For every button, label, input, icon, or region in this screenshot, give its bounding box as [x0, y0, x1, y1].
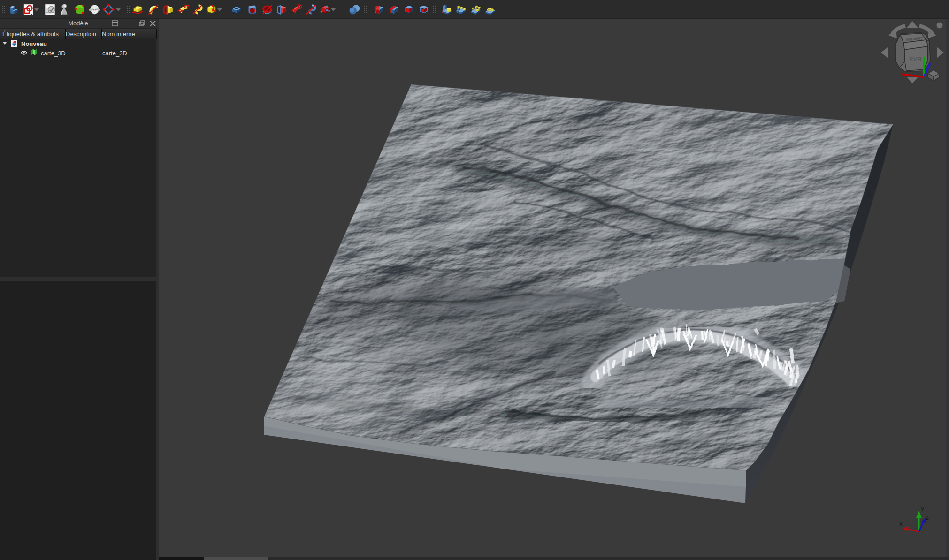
svg-text:BAS: BAS [909, 56, 921, 62]
svg-text:Z: Z [926, 515, 929, 521]
svg-text:Y: Y [921, 507, 925, 512]
svg-text:X: X [899, 522, 903, 527]
